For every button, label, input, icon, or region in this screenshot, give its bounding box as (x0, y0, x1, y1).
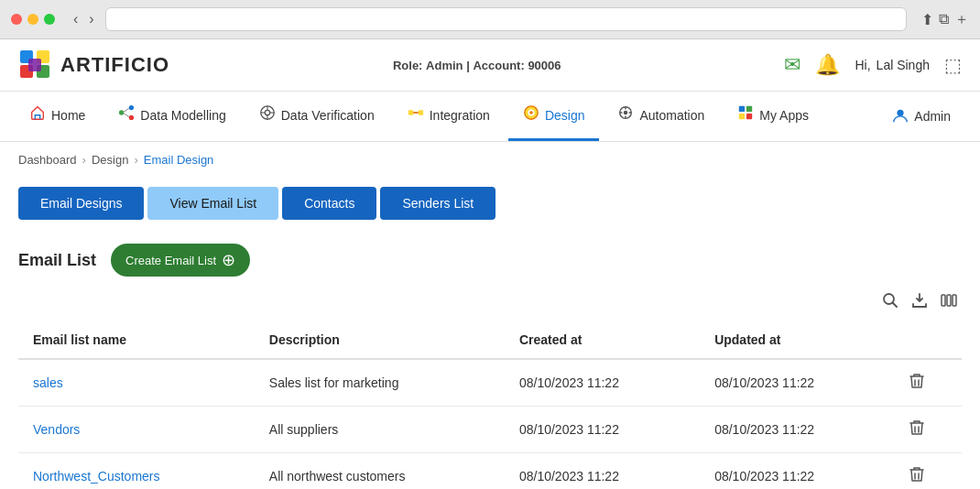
svg-rect-16 (408, 110, 413, 114)
svg-rect-30 (942, 295, 945, 306)
tab-bar: Email Designs View Email List Contacts S… (0, 178, 980, 229)
col-header-created: Created at (505, 321, 700, 359)
delete-icon[interactable] (909, 423, 924, 439)
logout-icon[interactable]: ⬚ (944, 54, 962, 76)
home-icon (29, 104, 46, 125)
separator: | (466, 59, 470, 72)
download-icon[interactable] (910, 291, 929, 314)
username-text: Lal Singh (877, 58, 930, 72)
svg-point-22 (624, 111, 628, 115)
nav-item-design[interactable]: Design (508, 92, 600, 141)
cell-name: Vendors (18, 407, 255, 453)
delete-icon[interactable] (909, 376, 924, 392)
cell-created-at: 08/10/2023 11:22 (505, 359, 700, 407)
cell-updated-at: 08/10/2023 11:22 (700, 407, 895, 453)
svg-rect-17 (418, 110, 422, 114)
nav-label-my-apps: My Apps (759, 108, 809, 123)
svg-point-6 (129, 105, 134, 110)
main-content: Email List Create Email List ⊕ Email lis… (0, 229, 980, 489)
delete-icon[interactable] (909, 470, 924, 485)
logo-text: ARTIFICIO (60, 53, 169, 77)
notification-bell-icon[interactable]: 🔔 (815, 53, 840, 77)
svg-point-5 (119, 110, 124, 114)
share-button[interactable]: ⬆ (921, 10, 933, 29)
logo-area: ARTIFICIO (18, 49, 169, 82)
new-tab-button[interactable]: ⧉ (939, 10, 949, 29)
table-row: sales Sales list for marketing 08/10/202… (18, 359, 962, 407)
logo-icon (18, 49, 51, 82)
svg-line-9 (125, 114, 129, 117)
back-button[interactable]: ‹ (70, 9, 82, 29)
cell-actions (895, 359, 962, 407)
content-title: Email List (18, 251, 96, 270)
cell-updated-at: 08/10/2023 11:22 (700, 359, 895, 407)
cell-description: All northwest customers (255, 453, 505, 490)
add-tab-button[interactable]: ＋ (954, 10, 969, 29)
columns-icon[interactable] (940, 291, 958, 314)
browser-chrome: ‹ › ⬆ ⧉ ＋ (0, 0, 980, 39)
table-toolbar (18, 291, 962, 314)
nav-label-automation: Automation (639, 108, 704, 123)
tab-senders-list[interactable]: Senders List (380, 187, 495, 220)
main-nav: Home Data Modelling Data Verification In… (0, 92, 980, 142)
minimize-button[interactable] (27, 14, 38, 25)
role-value: Admin (426, 59, 463, 72)
breadcrumb-design[interactable]: Design (92, 153, 128, 167)
svg-rect-26 (746, 114, 752, 119)
browser-nav-arrows: ‹ › (70, 9, 98, 29)
email-icon[interactable]: ✉ (784, 53, 800, 77)
my-apps-icon (737, 104, 754, 125)
tab-view-email-list[interactable]: View Email List (147, 187, 278, 220)
create-label: Create Email List (125, 254, 216, 267)
cell-actions (895, 453, 962, 490)
cell-name: Northwest_Customers (18, 453, 255, 490)
traffic-lights (11, 14, 55, 25)
table-row: Northwest_Customers All northwest custom… (18, 453, 962, 490)
svg-point-20 (529, 111, 533, 114)
nav-label-data-modelling: Data Modelling (140, 108, 225, 123)
tab-email-designs[interactable]: Email Designs (18, 187, 144, 220)
header: ARTIFICIO Role: Admin | Account: 90006 ✉… (0, 39, 980, 92)
cell-created-at: 08/10/2023 11:22 (505, 407, 700, 453)
plus-icon: ⊕ (222, 250, 235, 270)
browser-action-buttons: ⬆ ⧉ ＋ (921, 10, 969, 29)
url-bar[interactable] (105, 7, 907, 31)
header-info: Role: Admin | Account: 90006 (393, 59, 561, 72)
cell-actions (895, 407, 962, 453)
svg-rect-4 (28, 59, 41, 71)
close-button[interactable] (11, 14, 22, 25)
role-label: Role: (393, 59, 423, 72)
create-email-list-button[interactable]: Create Email List ⊕ (111, 244, 250, 277)
svg-line-8 (125, 109, 129, 113)
col-header-name: Email list name (18, 321, 255, 359)
breadcrumb: Dashboard › Design › Email Design (0, 142, 980, 178)
data-modelling-icon (118, 104, 135, 125)
nav-label-integration: Integration (430, 108, 490, 123)
nav-label-design: Design (545, 108, 585, 123)
svg-point-7 (129, 115, 134, 120)
nav-item-integration[interactable]: Integration (393, 92, 505, 141)
breadcrumb-sep-1: › (82, 153, 86, 167)
nav-item-automation[interactable]: Automation (603, 92, 719, 141)
nav-item-my-apps[interactable]: My Apps (723, 92, 823, 141)
email-list-link[interactable]: Northwest_Customers (33, 469, 160, 484)
svg-rect-32 (953, 295, 956, 306)
breadcrumb-dashboard[interactable]: Dashboard (18, 153, 77, 167)
col-header-actions (895, 321, 962, 359)
forward-button[interactable]: › (85, 9, 97, 29)
content-header: Email List Create Email List ⊕ (18, 244, 962, 277)
nav-item-admin[interactable]: Admin (877, 94, 965, 139)
nav-item-data-modelling[interactable]: Data Modelling (103, 92, 240, 141)
data-verification-icon (259, 104, 276, 125)
nav-item-data-verification[interactable]: Data Verification (245, 92, 389, 141)
nav-item-home[interactable]: Home (15, 92, 100, 141)
tab-contacts[interactable]: Contacts (282, 187, 376, 220)
maximize-button[interactable] (44, 14, 55, 25)
header-right: ✉ 🔔 Hi, Lal Singh ⬚ (784, 53, 962, 77)
email-list-link[interactable]: sales (33, 375, 63, 390)
search-icon[interactable] (881, 291, 899, 314)
col-header-description: Description (255, 321, 505, 359)
nav-label-home: Home (51, 108, 85, 123)
email-list-link[interactable]: Vendors (33, 422, 80, 437)
user-greeting: Hi, Lal Singh (855, 58, 930, 72)
